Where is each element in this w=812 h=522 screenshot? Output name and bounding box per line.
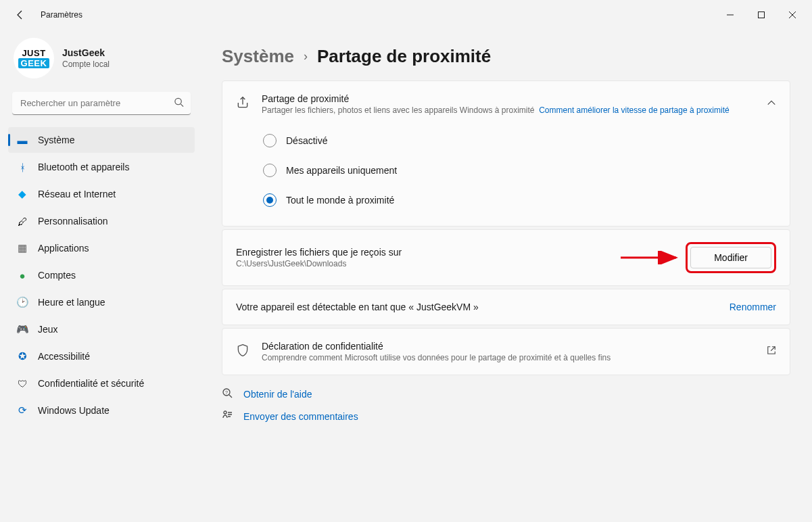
sidebar-item-gaming[interactable]: 🎮Jeux	[8, 316, 195, 342]
svg-text:?: ?	[225, 390, 228, 395]
privacy-title: Déclaration de confidentialité	[262, 341, 755, 352]
search-input[interactable]	[12, 92, 191, 115]
radio-icon	[263, 134, 277, 147]
external-link-icon	[767, 346, 776, 358]
sidebar-item-label: Jeux	[38, 324, 58, 335]
display-icon: ▬	[16, 134, 28, 146]
close-button[interactable]	[777, 4, 808, 26]
search-icon	[174, 97, 184, 110]
svg-line-5	[181, 104, 183, 107]
card-title: Partage de proximité	[262, 93, 755, 104]
maximize-button[interactable]	[746, 4, 777, 26]
improve-speed-link[interactable]: Comment améliorer la vitesse de partage …	[539, 105, 729, 115]
breadcrumb: Système › Partage de proximité	[222, 46, 790, 67]
wifi-icon: ◆	[16, 188, 28, 200]
save-location-path: C:\Users\JustGeek\Downloads	[236, 259, 673, 268]
search-box[interactable]	[12, 92, 191, 115]
titlebar: Paramètres	[0, 0, 812, 30]
sidebar-item-update[interactable]: ⟳Windows Update	[8, 398, 195, 423]
profile-name: JustGeek	[62, 47, 110, 58]
avatar: JUST GEEK	[14, 38, 54, 78]
sidebar-item-time[interactable]: 🕑Heure et langue	[8, 289, 195, 315]
window-title: Paramètres	[41, 10, 82, 20]
close-icon	[789, 11, 796, 18]
radio-label: Désactivé	[286, 135, 327, 146]
radio-icon	[263, 193, 277, 207]
get-help-link[interactable]: ? Obtenir de l'aide	[222, 387, 790, 400]
card-subtitle: Partager les fichiers, photos et liens a…	[262, 105, 755, 115]
sidebar-item-accounts[interactable]: ●Comptes	[8, 262, 195, 288]
save-location-title: Enregistrer les fichiers que je reçois s…	[236, 247, 673, 258]
link-label: Envoyer des commentaires	[243, 411, 358, 422]
main-content: Système › Partage de proximité Partage d…	[203, 30, 812, 522]
svg-point-4	[175, 98, 181, 104]
share-icon	[236, 96, 249, 112]
sidebar-item-system[interactable]: ▬Système	[8, 127, 195, 153]
profile-subtitle: Compte local	[62, 60, 110, 69]
sidebar-item-label: Réseau et Internet	[38, 189, 116, 199]
nearby-sharing-card: Partage de proximité Partager les fichie…	[222, 80, 790, 227]
svg-rect-1	[759, 12, 765, 18]
sidebar-item-network[interactable]: ◆Réseau et Internet	[8, 181, 195, 207]
arrow-left-icon	[15, 9, 26, 20]
radio-label: Tout le monde à proximité	[286, 195, 394, 206]
sidebar-item-personalization[interactable]: 🖊Personnalisation	[8, 208, 195, 234]
shield-outline-icon	[236, 343, 249, 360]
profile-block[interactable]: JUST GEEK JustGeek Compte local	[8, 35, 195, 88]
annotation-highlight: Modifier	[686, 242, 776, 273]
sidebar-item-label: Personnalisation	[38, 216, 108, 227]
sidebar-item-label: Applications	[38, 243, 89, 254]
sidebar-item-apps[interactable]: ▦Applications	[8, 235, 195, 261]
update-icon: ⟳	[16, 404, 28, 417]
sidebar-item-privacy[interactable]: 🛡Confidentialité et sécurité	[8, 371, 195, 396]
svg-point-10	[224, 411, 226, 414]
sidebar-item-label: Accessibilité	[38, 351, 90, 362]
send-feedback-link[interactable]: Envoyer des commentaires	[222, 410, 790, 423]
privacy-subtitle: Comprendre comment Microsoft utilise vos…	[262, 353, 755, 362]
radio-label: Mes appareils uniquement	[286, 165, 397, 176]
chevron-up-icon	[767, 98, 776, 110]
accessibility-icon: ✪	[16, 350, 28, 362]
discoverable-card: Votre appareil est détectable en tant qu…	[222, 289, 790, 325]
minimize-icon	[727, 11, 734, 18]
globe-icon: 🕑	[16, 296, 28, 308]
shield-icon: 🛡	[16, 377, 28, 389]
svg-line-8	[229, 395, 232, 398]
help-icon: ?	[222, 387, 234, 400]
sidebar-item-label: Windows Update	[38, 405, 110, 416]
maximize-icon	[758, 11, 765, 18]
sidebar-item-label: Heure et langue	[38, 297, 105, 308]
radio-icon	[263, 164, 277, 177]
back-button[interactable]	[12, 7, 28, 23]
apps-icon: ▦	[16, 242, 28, 254]
radio-everyone[interactable]: Tout le monde à proximité	[263, 193, 776, 207]
privacy-card[interactable]: Déclaration de confidentialité Comprendr…	[222, 328, 790, 375]
person-icon: ●	[16, 269, 28, 281]
sidebar: JUST GEEK JustGeek Compte local ▬Système…	[0, 30, 203, 522]
nav: ▬Système ᚼBluetooth et appareils ◆Réseau…	[8, 127, 195, 423]
discoverable-text: Votre appareil est détectable en tant qu…	[236, 302, 717, 312]
annotation-arrow-icon	[621, 251, 683, 264]
nearby-sharing-header[interactable]: Partage de proximité Partager les fichie…	[222, 81, 790, 126]
sidebar-item-accessibility[interactable]: ✪Accessibilité	[8, 343, 195, 369]
chevron-right-icon: ›	[304, 49, 308, 64]
avatar-text-top: JUST	[22, 49, 45, 57]
save-location-card: Enregistrer les fichiers que je reçois s…	[222, 229, 790, 286]
avatar-text-bottom: GEEK	[18, 58, 50, 68]
feedback-icon	[222, 410, 234, 423]
radio-off[interactable]: Désactivé	[263, 134, 776, 147]
bluetooth-icon: ᚼ	[16, 161, 28, 173]
footer-links: ? Obtenir de l'aide Envoyer des commenta…	[222, 387, 790, 423]
sidebar-item-label: Comptes	[38, 270, 76, 281]
sidebar-item-label: Bluetooth et appareils	[38, 162, 129, 172]
sharing-radio-group: Désactivé Mes appareils uniquement Tout …	[222, 126, 790, 226]
sidebar-item-label: Confidentialité et sécurité	[38, 378, 144, 389]
modify-button[interactable]: Modifier	[690, 247, 771, 268]
sidebar-item-bluetooth[interactable]: ᚼBluetooth et appareils	[8, 154, 195, 180]
brush-icon: 🖊	[16, 215, 28, 227]
radio-my-devices[interactable]: Mes appareils uniquement	[263, 164, 776, 177]
minimize-button[interactable]	[715, 4, 746, 26]
rename-link[interactable]: Renommer	[730, 302, 776, 312]
sidebar-item-label: Système	[38, 135, 74, 145]
breadcrumb-root[interactable]: Système	[222, 46, 294, 67]
